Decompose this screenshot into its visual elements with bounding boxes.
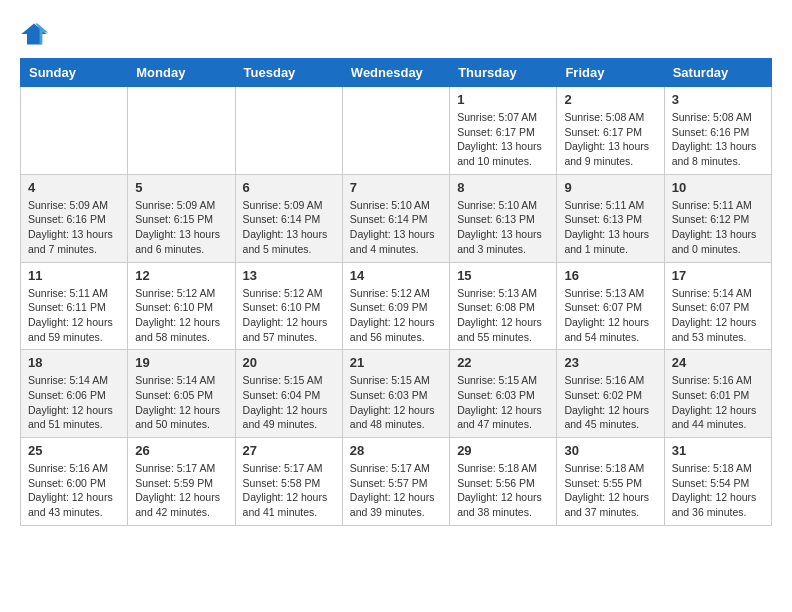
day-info: Sunrise: 5:08 AM Sunset: 6:17 PM Dayligh… [564, 110, 656, 169]
calendar-cell: 3Sunrise: 5:08 AM Sunset: 6:16 PM Daylig… [664, 87, 771, 175]
calendar-cell: 11Sunrise: 5:11 AM Sunset: 6:11 PM Dayli… [21, 262, 128, 350]
calendar-header: SundayMondayTuesdayWednesdayThursdayFrid… [21, 59, 772, 87]
day-number: 5 [135, 180, 227, 195]
day-number: 27 [243, 443, 335, 458]
day-info: Sunrise: 5:18 AM Sunset: 5:56 PM Dayligh… [457, 461, 549, 520]
day-info: Sunrise: 5:15 AM Sunset: 6:03 PM Dayligh… [350, 373, 442, 432]
calendar-cell [21, 87, 128, 175]
day-number: 15 [457, 268, 549, 283]
calendar-week-row: 25Sunrise: 5:16 AM Sunset: 6:00 PM Dayli… [21, 438, 772, 526]
calendar-cell: 16Sunrise: 5:13 AM Sunset: 6:07 PM Dayli… [557, 262, 664, 350]
weekday-header: Friday [557, 59, 664, 87]
day-number: 28 [350, 443, 442, 458]
calendar-week-row: 18Sunrise: 5:14 AM Sunset: 6:06 PM Dayli… [21, 350, 772, 438]
calendar-week-row: 11Sunrise: 5:11 AM Sunset: 6:11 PM Dayli… [21, 262, 772, 350]
weekday-header: Thursday [450, 59, 557, 87]
day-info: Sunrise: 5:18 AM Sunset: 5:55 PM Dayligh… [564, 461, 656, 520]
calendar-cell: 5Sunrise: 5:09 AM Sunset: 6:15 PM Daylig… [128, 174, 235, 262]
day-info: Sunrise: 5:16 AM Sunset: 6:01 PM Dayligh… [672, 373, 764, 432]
weekday-header: Wednesday [342, 59, 449, 87]
calendar-cell: 18Sunrise: 5:14 AM Sunset: 6:06 PM Dayli… [21, 350, 128, 438]
calendar-cell: 31Sunrise: 5:18 AM Sunset: 5:54 PM Dayli… [664, 438, 771, 526]
day-number: 2 [564, 92, 656, 107]
day-info: Sunrise: 5:16 AM Sunset: 6:00 PM Dayligh… [28, 461, 120, 520]
calendar-cell: 8Sunrise: 5:10 AM Sunset: 6:13 PM Daylig… [450, 174, 557, 262]
calendar-cell: 25Sunrise: 5:16 AM Sunset: 6:00 PM Dayli… [21, 438, 128, 526]
logo [20, 20, 52, 48]
day-info: Sunrise: 5:15 AM Sunset: 6:04 PM Dayligh… [243, 373, 335, 432]
calendar-cell: 10Sunrise: 5:11 AM Sunset: 6:12 PM Dayli… [664, 174, 771, 262]
calendar-cell [128, 87, 235, 175]
day-number: 19 [135, 355, 227, 370]
day-info: Sunrise: 5:08 AM Sunset: 6:16 PM Dayligh… [672, 110, 764, 169]
calendar-week-row: 4Sunrise: 5:09 AM Sunset: 6:16 PM Daylig… [21, 174, 772, 262]
day-number: 18 [28, 355, 120, 370]
calendar-body: 1Sunrise: 5:07 AM Sunset: 6:17 PM Daylig… [21, 87, 772, 526]
day-info: Sunrise: 5:16 AM Sunset: 6:02 PM Dayligh… [564, 373, 656, 432]
calendar-cell [342, 87, 449, 175]
calendar-cell: 19Sunrise: 5:14 AM Sunset: 6:05 PM Dayli… [128, 350, 235, 438]
day-info: Sunrise: 5:17 AM Sunset: 5:58 PM Dayligh… [243, 461, 335, 520]
day-number: 7 [350, 180, 442, 195]
day-number: 12 [135, 268, 227, 283]
day-number: 14 [350, 268, 442, 283]
weekday-header: Tuesday [235, 59, 342, 87]
calendar-cell: 26Sunrise: 5:17 AM Sunset: 5:59 PM Dayli… [128, 438, 235, 526]
day-number: 24 [672, 355, 764, 370]
day-info: Sunrise: 5:09 AM Sunset: 6:14 PM Dayligh… [243, 198, 335, 257]
calendar-table: SundayMondayTuesdayWednesdayThursdayFrid… [20, 58, 772, 526]
calendar-cell: 6Sunrise: 5:09 AM Sunset: 6:14 PM Daylig… [235, 174, 342, 262]
calendar-cell: 14Sunrise: 5:12 AM Sunset: 6:09 PM Dayli… [342, 262, 449, 350]
calendar-cell: 15Sunrise: 5:13 AM Sunset: 6:08 PM Dayli… [450, 262, 557, 350]
day-info: Sunrise: 5:09 AM Sunset: 6:16 PM Dayligh… [28, 198, 120, 257]
calendar-week-row: 1Sunrise: 5:07 AM Sunset: 6:17 PM Daylig… [21, 87, 772, 175]
calendar-cell: 22Sunrise: 5:15 AM Sunset: 6:03 PM Dayli… [450, 350, 557, 438]
day-number: 4 [28, 180, 120, 195]
day-info: Sunrise: 5:18 AM Sunset: 5:54 PM Dayligh… [672, 461, 764, 520]
calendar-cell: 17Sunrise: 5:14 AM Sunset: 6:07 PM Dayli… [664, 262, 771, 350]
day-number: 26 [135, 443, 227, 458]
weekday-header: Monday [128, 59, 235, 87]
day-number: 11 [28, 268, 120, 283]
logo-icon [20, 20, 48, 48]
day-info: Sunrise: 5:13 AM Sunset: 6:07 PM Dayligh… [564, 286, 656, 345]
day-info: Sunrise: 5:07 AM Sunset: 6:17 PM Dayligh… [457, 110, 549, 169]
day-number: 22 [457, 355, 549, 370]
calendar-cell: 2Sunrise: 5:08 AM Sunset: 6:17 PM Daylig… [557, 87, 664, 175]
day-number: 9 [564, 180, 656, 195]
day-info: Sunrise: 5:11 AM Sunset: 6:12 PM Dayligh… [672, 198, 764, 257]
day-number: 17 [672, 268, 764, 283]
calendar-cell: 21Sunrise: 5:15 AM Sunset: 6:03 PM Dayli… [342, 350, 449, 438]
day-info: Sunrise: 5:10 AM Sunset: 6:14 PM Dayligh… [350, 198, 442, 257]
day-number: 29 [457, 443, 549, 458]
day-number: 30 [564, 443, 656, 458]
weekday-header: Sunday [21, 59, 128, 87]
day-number: 8 [457, 180, 549, 195]
day-info: Sunrise: 5:17 AM Sunset: 5:59 PM Dayligh… [135, 461, 227, 520]
day-info: Sunrise: 5:11 AM Sunset: 6:13 PM Dayligh… [564, 198, 656, 257]
day-info: Sunrise: 5:17 AM Sunset: 5:57 PM Dayligh… [350, 461, 442, 520]
calendar-cell: 30Sunrise: 5:18 AM Sunset: 5:55 PM Dayli… [557, 438, 664, 526]
calendar-cell: 27Sunrise: 5:17 AM Sunset: 5:58 PM Dayli… [235, 438, 342, 526]
calendar-cell: 4Sunrise: 5:09 AM Sunset: 6:16 PM Daylig… [21, 174, 128, 262]
day-number: 1 [457, 92, 549, 107]
calendar-cell: 1Sunrise: 5:07 AM Sunset: 6:17 PM Daylig… [450, 87, 557, 175]
day-number: 31 [672, 443, 764, 458]
calendar-cell [235, 87, 342, 175]
calendar-cell: 13Sunrise: 5:12 AM Sunset: 6:10 PM Dayli… [235, 262, 342, 350]
day-number: 23 [564, 355, 656, 370]
day-info: Sunrise: 5:12 AM Sunset: 6:10 PM Dayligh… [135, 286, 227, 345]
calendar-cell: 12Sunrise: 5:12 AM Sunset: 6:10 PM Dayli… [128, 262, 235, 350]
header-row: SundayMondayTuesdayWednesdayThursdayFrid… [21, 59, 772, 87]
calendar-cell: 9Sunrise: 5:11 AM Sunset: 6:13 PM Daylig… [557, 174, 664, 262]
day-info: Sunrise: 5:13 AM Sunset: 6:08 PM Dayligh… [457, 286, 549, 345]
day-info: Sunrise: 5:14 AM Sunset: 6:05 PM Dayligh… [135, 373, 227, 432]
calendar-cell: 24Sunrise: 5:16 AM Sunset: 6:01 PM Dayli… [664, 350, 771, 438]
day-number: 16 [564, 268, 656, 283]
day-number: 20 [243, 355, 335, 370]
day-info: Sunrise: 5:14 AM Sunset: 6:07 PM Dayligh… [672, 286, 764, 345]
header [20, 20, 772, 48]
calendar-cell: 20Sunrise: 5:15 AM Sunset: 6:04 PM Dayli… [235, 350, 342, 438]
calendar-cell: 23Sunrise: 5:16 AM Sunset: 6:02 PM Dayli… [557, 350, 664, 438]
day-number: 21 [350, 355, 442, 370]
